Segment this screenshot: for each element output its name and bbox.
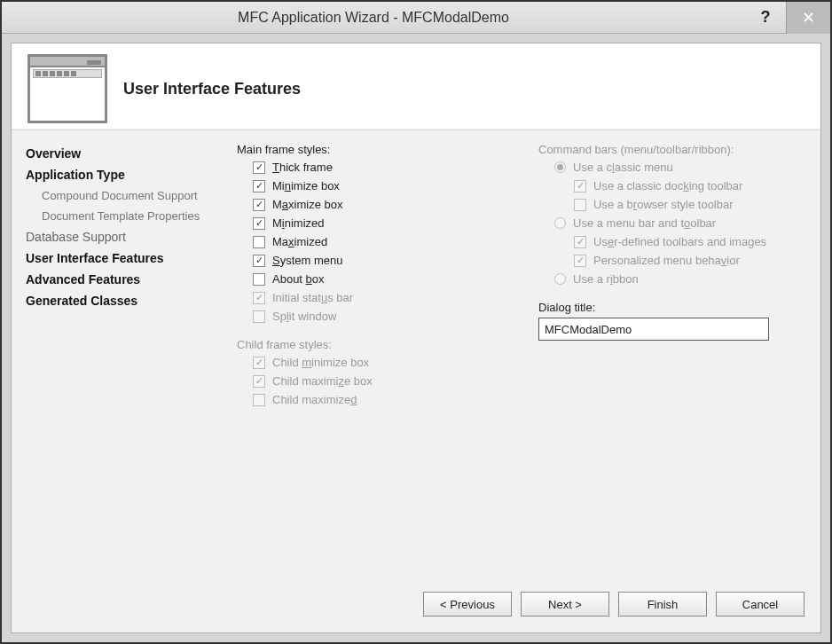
checkbox-label: About box bbox=[272, 272, 325, 286]
sidebar-item-2[interactable]: Compound Document Support bbox=[24, 185, 228, 206]
command-bars-check-2: Use a browser style toolbar bbox=[538, 195, 805, 214]
main-frame-checkbox-5[interactable]: ✓System menu bbox=[237, 251, 503, 270]
checkbox-icon: ✓ bbox=[253, 292, 265, 304]
option-label: Use a browser style toolbar bbox=[593, 198, 734, 211]
header: User Interface Features bbox=[12, 43, 820, 130]
checkbox-label: Child minimize box bbox=[272, 356, 369, 369]
sidebar-item-4[interactable]: Database Support bbox=[24, 226, 228, 247]
checkbox-icon bbox=[253, 394, 265, 406]
command-bars-check-4: ✓User-defined toolbars and images bbox=[538, 232, 805, 251]
command-bars-radio-0: Use a classic menu bbox=[538, 158, 805, 177]
child-frame-styles-label: Child frame styles: bbox=[237, 338, 503, 351]
command-bars-radio-3: Use a menu bar and toolbar bbox=[538, 214, 805, 232]
child-frame-checkbox-1: ✓Child maximize box bbox=[237, 372, 503, 390]
checkbox-label: Maximized bbox=[272, 235, 327, 248]
checkbox-label: Child maximized bbox=[272, 393, 357, 406]
dialog-title-value: MFCModalDemo bbox=[545, 323, 632, 336]
main-frame-checkbox-0[interactable]: ✓Thick frame bbox=[237, 158, 503, 177]
left-column: Main frame styles: ✓Thick frame✓Minimize… bbox=[237, 141, 503, 583]
checkbox-icon bbox=[253, 310, 265, 323]
sidebar-item-3[interactable]: Document Template Properties bbox=[24, 206, 228, 226]
checkbox-icon: ✓ bbox=[574, 255, 586, 267]
checkbox-icon: ✓ bbox=[253, 255, 265, 267]
sidebar-item-6[interactable]: Advanced Features bbox=[24, 269, 228, 290]
checkbox-icon: ✓ bbox=[253, 217, 265, 230]
checkbox-label: Minimized bbox=[272, 216, 325, 230]
checkbox-label: Minimize box bbox=[272, 179, 340, 192]
main-frame-styles-label: Main frame styles: bbox=[237, 143, 503, 156]
checkbox-label: Thick frame bbox=[272, 161, 333, 174]
right-column: Command bars (menu/toolbar/ribbon): Use … bbox=[538, 141, 805, 583]
checkbox-icon bbox=[574, 199, 586, 211]
dialog-title-label: Dialog title: bbox=[538, 301, 805, 314]
checkbox-icon: ✓ bbox=[253, 199, 265, 211]
checkbox-icon: ✓ bbox=[253, 180, 265, 192]
sidebar-item-1[interactable]: Application Type bbox=[24, 164, 228, 185]
checkbox-icon: ✓ bbox=[574, 236, 586, 248]
main-frame-checkbox-1[interactable]: ✓Minimize box bbox=[237, 177, 503, 195]
command-bars-check-1: ✓Use a classic docking toolbar bbox=[538, 177, 805, 195]
radio-icon bbox=[554, 273, 566, 285]
body: OverviewApplication TypeCompound Documen… bbox=[12, 130, 820, 632]
option-label: Use a menu bar and toolbar bbox=[573, 216, 716, 230]
next-button[interactable]: Next > bbox=[521, 592, 609, 617]
option-label: Use a classic docking toolbar bbox=[593, 179, 742, 192]
page-title: User Interface Features bbox=[123, 80, 301, 98]
main-frame-checkbox-4[interactable]: Maximized bbox=[237, 232, 503, 251]
previous-button[interactable]: < Previous bbox=[423, 592, 512, 617]
option-label: User-defined toolbars and images bbox=[593, 235, 766, 248]
child-frame-checkbox-0: ✓Child minimize box bbox=[237, 353, 503, 372]
help-button[interactable]: ? bbox=[745, 5, 786, 30]
checkbox-icon: ✓ bbox=[253, 375, 265, 388]
columns: Main frame styles: ✓Thick frame✓Minimize… bbox=[237, 141, 805, 583]
command-bars-label: Command bars (menu/toolbar/ribbon): bbox=[538, 143, 805, 156]
checkbox-label: Split window bbox=[272, 310, 336, 323]
dialog-title-input[interactable]: MFCModalDemo bbox=[538, 318, 769, 341]
main-frame-checkbox-3[interactable]: ✓Minimized bbox=[237, 214, 503, 232]
command-bars-check-5: ✓Personalized menu behavior bbox=[538, 251, 805, 270]
checkbox-label: System menu bbox=[272, 254, 342, 267]
main-frame-checkbox-7: ✓Initial status bar bbox=[237, 288, 503, 307]
option-label: Use a classic menu bbox=[573, 161, 673, 174]
child-frame-checkbox-2: Child maximized bbox=[237, 390, 503, 409]
checkbox-icon: ✓ bbox=[253, 357, 265, 369]
panel: User Interface Features OverviewApplicat… bbox=[11, 43, 821, 633]
titlebar: MFC Application Wizard - MFCModalDemo ? … bbox=[2, 2, 830, 34]
wizard-window: MFC Application Wizard - MFCModalDemo ? … bbox=[0, 0, 832, 644]
checkbox-icon bbox=[253, 236, 265, 248]
checkbox-label: Maximize box bbox=[272, 198, 343, 211]
close-icon: ✕ bbox=[802, 8, 815, 27]
window-title: MFC Application Wizard - MFCModalDemo bbox=[2, 10, 745, 26]
cancel-button[interactable]: Cancel bbox=[716, 592, 805, 617]
option-label: Use a ribbon bbox=[573, 272, 639, 286]
checkbox-label: Initial status bar bbox=[272, 291, 353, 304]
main: Main frame styles: ✓Thick frame✓Minimize… bbox=[233, 130, 820, 632]
main-frame-checkbox-2[interactable]: ✓Maximize box bbox=[237, 195, 503, 214]
close-button[interactable]: ✕ bbox=[786, 2, 830, 34]
main-frame-checkbox-6[interactable]: About box bbox=[237, 270, 503, 288]
sidebar: OverviewApplication TypeCompound Documen… bbox=[12, 130, 233, 632]
sidebar-item-5[interactable]: User Interface Features bbox=[24, 247, 228, 269]
radio-icon bbox=[554, 217, 566, 229]
option-label: Personalized menu behavior bbox=[593, 254, 740, 267]
footer: < Previous Next > Finish Cancel bbox=[237, 583, 805, 622]
checkbox-label: Child maximize box bbox=[272, 374, 373, 388]
command-bars-radio-6: Use a ribbon bbox=[538, 270, 805, 288]
finish-button[interactable]: Finish bbox=[618, 592, 707, 617]
main-frame-checkbox-8: Split window bbox=[237, 307, 503, 326]
checkbox-icon bbox=[253, 273, 265, 286]
radio-icon bbox=[554, 161, 566, 173]
sidebar-item-7[interactable]: Generated Classes bbox=[24, 290, 228, 311]
content-outer: User Interface Features OverviewApplicat… bbox=[2, 34, 830, 642]
checkbox-icon: ✓ bbox=[574, 180, 586, 192]
checkbox-icon: ✓ bbox=[253, 161, 265, 174]
wizard-header-icon bbox=[27, 54, 107, 123]
sidebar-item-0[interactable]: Overview bbox=[24, 143, 228, 164]
